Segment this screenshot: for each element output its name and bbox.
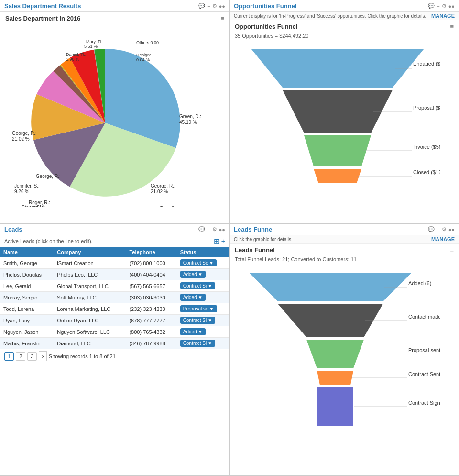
lf-subheader: Click the graphic for details. MANAGE <box>230 235 459 244</box>
leads-next-btn[interactable]: › <box>39 351 46 361</box>
leads-page-1[interactable]: 1 <box>4 352 14 361</box>
opp-dots-icon[interactable]: ●● <box>448 3 455 9</box>
svg-text:George, R.:: George, R.: <box>36 174 61 179</box>
opp-panel-title: Opportunities Funnel <box>234 2 428 10</box>
opp-chart-menu-icon[interactable]: ≡ <box>450 23 454 30</box>
leads-dots-icon[interactable]: ●● <box>219 227 225 232</box>
leads-page-3[interactable]: 3 <box>27 352 37 361</box>
leads-cell-company: iSmart Creation <box>54 257 126 269</box>
leads-subheader-text: Active Leads (click on the line to edit)… <box>4 238 212 244</box>
leads-cell-status: Contract Sc ▼ <box>177 257 229 269</box>
leads-cell-telephone: (346) 787-9988 <box>126 338 177 349</box>
leads-page-2[interactable]: 2 <box>16 352 25 361</box>
lf-comment-icon[interactable]: 💬 <box>428 226 435 232</box>
dots-icon[interactable]: ●● <box>219 3 225 9</box>
sales-department-panel: Sales Department Results 💬 − ⚙ ●● Sales … <box>0 0 230 223</box>
leads-cell-name: Murray, Sergio <box>0 292 54 303</box>
leads-col-telephone: Telephone <box>126 247 177 257</box>
opp-panel-header: Opportunities Funnel 💬 − ⚙ ●● <box>230 0 459 12</box>
leads-panel-header: Leads 💬 − ⚙ ●● <box>0 224 229 235</box>
leads-funnel-title: Leads Funnel <box>234 226 428 233</box>
svg-marker-40 <box>317 387 353 426</box>
leads-cell-status: Proposal se ▼ <box>177 303 229 315</box>
svg-text:Contract Signed (5): Contract Signed (5) <box>408 400 440 406</box>
opp-subheader-text: Current display is for 'In-Progress' and… <box>234 13 426 19</box>
leads-cell-name: Todd, Lorena <box>0 303 54 315</box>
lf-dots-icon[interactable]: ●● <box>448 227 455 232</box>
svg-text:Closed ($12,122.00) (1): Closed ($12,122.00) (1) <box>413 169 440 175</box>
comment-icon[interactable]: 💬 <box>198 3 205 9</box>
leads-cell-name: Nguyen, Jason <box>0 326 54 338</box>
lf-minus-icon[interactable]: − <box>437 227 439 232</box>
opp-minus-icon[interactable]: − <box>437 3 439 9</box>
leads-minus-icon[interactable]: − <box>207 227 210 232</box>
svg-text:21.02 %: 21.02 % <box>151 189 168 194</box>
leads-cell-telephone: (303) 030-3030 <box>126 292 177 303</box>
lf-total-label: Total Funnel Leads: 21; Converted to Cus… <box>230 256 459 263</box>
svg-text:Engaged ($63,741.20) (13): Engaged ($63,741.20) (13) <box>413 61 440 66</box>
leads-add-icon[interactable]: + <box>221 237 225 245</box>
leads-cell-telephone: (800) 765-4332 <box>126 326 177 338</box>
svg-text:Proposal ($111,676.00) (14): Proposal ($111,676.00) (14) <box>413 105 440 111</box>
leads-cell-telephone: (232) 323-4233 <box>126 303 177 315</box>
leads-table-row[interactable]: Nguyen, Jason Nguyen Software, LLC (800)… <box>0 326 229 338</box>
opp-total-label: 35 Opportunities = $244,492.20 <box>230 33 459 40</box>
sales-chart-menu-icon[interactable]: ≡ <box>220 15 224 22</box>
leads-table-row[interactable]: Todd, Lorena Lorena Marketing, LLC (232)… <box>0 303 229 315</box>
leads-settings-icon[interactable]: ⚙ <box>212 226 217 232</box>
sales-panel-icons: 💬 − ⚙ ●● <box>198 3 225 9</box>
svg-text:4.77 %: 4.77 % <box>29 206 44 207</box>
svg-marker-39 <box>317 371 353 385</box>
opportunities-funnel-panel: Opportunities Funnel 💬 − ⚙ ●● Current di… <box>230 0 459 223</box>
leads-table-row[interactable]: Ryan, Lucy Online Ryan, LLC (678) 777-77… <box>0 315 229 326</box>
leads-table-row[interactable]: Smith, George iSmart Creation (702) 800-… <box>0 257 229 269</box>
leads-table-row[interactable]: Lee, Gerald Global Transport, LLC (567) … <box>0 280 229 292</box>
lf-chart-menu-icon[interactable]: ≡ <box>450 246 454 254</box>
lf-funnel-svg: Added (6) Contact made (5) Proposal sent… <box>235 268 440 469</box>
pie-chart-container[interactable]: Green, D.: 45.19 % George, R.: 21.02 % G… <box>0 25 229 216</box>
svg-text:0.04 %: 0.04 % <box>136 57 150 62</box>
leads-comment-icon[interactable]: 💬 <box>198 226 205 232</box>
opp-manage-link[interactable]: MANAGE <box>431 13 455 19</box>
leads-cell-company: Diamond, LLC <box>54 338 126 349</box>
opp-settings-icon[interactable]: ⚙ <box>442 3 447 9</box>
svg-text:Tony, C.:: Tony, C.: <box>160 205 177 207</box>
lf-funnel-chart[interactable]: Added (6) Contact made (5) Proposal sent… <box>230 263 459 475</box>
leads-pagination-text: Showing records 1 to 8 of 21 <box>49 354 116 359</box>
leads-table-header: Name Company Telephone Status <box>0 247 229 257</box>
opp-chart-title: Opportunities Funnel <box>235 23 297 30</box>
sales-chart-titlebar: Sales Department in 2016 ≡ <box>0 12 229 25</box>
leads-funnel-panel: Leads Funnel 💬 − ⚙ ●● Click the graphic … <box>230 223 459 476</box>
leads-cell-status: Contract Si ▼ <box>177 315 229 326</box>
leads-cell-telephone: (400) 404-0404 <box>126 269 177 280</box>
svg-marker-27 <box>314 169 361 183</box>
lf-manage-link[interactable]: MANAGE <box>431 236 455 242</box>
leads-grid-icon[interactable]: ⊞ <box>214 237 219 245</box>
leads-cell-status: Added ▼ <box>177 326 229 338</box>
minus-icon[interactable]: − <box>207 3 210 9</box>
leads-table-toolbar: Active Leads (click on the line to edit)… <box>0 235 229 247</box>
leads-table-row[interactable]: Murray, Sergio Soft Murray, LLC (303) 03… <box>0 292 229 303</box>
svg-text:Green, D.:: Green, D.: <box>179 114 201 119</box>
lf-settings-icon[interactable]: ⚙ <box>442 226 447 232</box>
leads-cell-company: Lorena Marketing, LLC <box>54 303 126 315</box>
leads-cell-name: Smith, George <box>0 257 54 269</box>
svg-text:5.51 %: 5.51 % <box>84 44 98 49</box>
opp-comment-icon[interactable]: 💬 <box>428 3 435 9</box>
leads-table-row[interactable]: Phelps, Douglas Phelps Eco., LLC (400) 4… <box>0 269 229 280</box>
leads-table: Name Company Telephone Status Smith, Geo… <box>0 247 229 349</box>
opp-funnel-chart[interactable]: Engaged ($63,741.20) (13) Proposal ($111… <box>230 40 459 223</box>
svg-text:Mary, TL: Mary, TL <box>86 39 103 44</box>
leads-cell-name: Lee, Gerald <box>0 280 54 292</box>
leads-cell-company: Nguyen Software, LLC <box>54 326 126 338</box>
leads-funnel-header: Leads Funnel 💬 − ⚙ ●● <box>230 224 459 235</box>
settings-icon[interactable]: ⚙ <box>212 3 217 9</box>
leads-table-row[interactable]: Mathis, Franklin Diamond, LLC (346) 787-… <box>0 338 229 349</box>
opp-subheader: Current display is for 'In-Progress' and… <box>230 12 459 20</box>
leads-funnel-icons: 💬 − ⚙ ●● <box>428 226 455 232</box>
leads-cell-company: Online Ryan, LLC <box>54 315 126 326</box>
leads-cell-status: Added ▼ <box>177 292 229 303</box>
lf-chart-titlebar: Leads Funnel ≡ <box>230 244 459 256</box>
leads-col-company: Company <box>54 247 126 257</box>
svg-marker-26 <box>304 135 371 166</box>
